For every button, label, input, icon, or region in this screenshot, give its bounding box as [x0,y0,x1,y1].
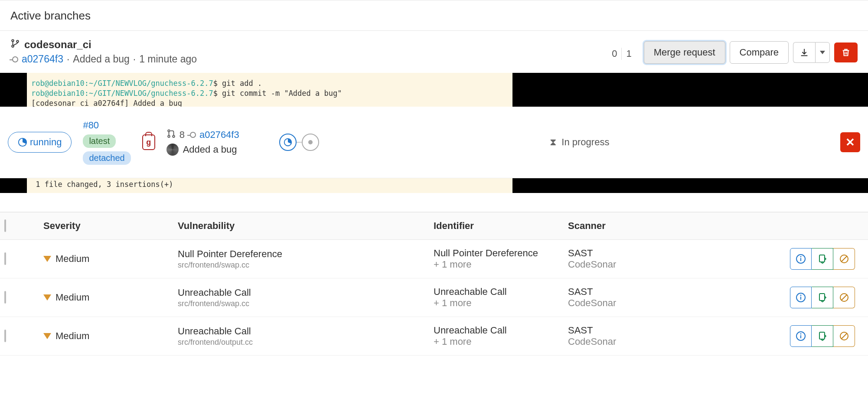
separator: · [67,53,69,65]
commit-message: Added a bug [73,53,129,65]
identifier-title: Unreachable Call [434,286,564,297]
vulnerability-title[interactable]: Unreachable Call [178,287,429,298]
severity-label: Medium [55,292,89,303]
table-header-row: Severity Vulnerability Identifier Scanne… [0,212,868,240]
tag-latest: latest [83,134,116,148]
vulnerability-path: src/frontend/output.cc [178,338,429,347]
svg-point-18 [800,333,802,335]
svg-rect-19 [819,332,825,339]
svg-rect-15 [819,294,825,301]
partial-toolbar [0,193,868,212]
svg-point-5 [168,135,170,137]
download-icon[interactable] [793,42,815,63]
pipeline-row: running #80 latest detached g 8 a02764f3… [0,107,868,178]
behind-ahead-counts: 0 1 [608,46,635,61]
vulnerability-title[interactable]: Unreachable Call [178,326,429,337]
dismiss-button[interactable] [833,248,855,270]
author-avatar[interactable] [166,144,179,156]
commit-icon [12,56,18,62]
identifier-more[interactable]: + 1 more [434,259,564,270]
dismiss-button[interactable] [833,325,855,347]
vulnerability-title[interactable]: Null Pointer Dereference [178,248,429,260]
hourglass-icon: ⧗ [550,137,556,148]
svg-point-6 [173,135,175,137]
table-row: Medium Null Pointer Dereference src/fron… [0,240,868,278]
resolve-button[interactable] [812,325,833,347]
cancel-pipeline-button[interactable]: ✕ [840,132,860,152]
behind-count: 0 [608,46,620,61]
pipeline-status-badge[interactable]: running [8,132,72,153]
resolve-button[interactable] [812,248,833,270]
branch-name[interactable]: codesonar_ci [24,39,91,51]
svg-rect-11 [819,255,825,262]
more-info-button[interactable] [790,287,812,308]
delete-branch-button[interactable] [834,42,858,62]
svg-point-14 [800,295,802,296]
codesonar-icon: g [142,134,155,150]
count-separator [621,48,622,60]
ahead-count: 1 [623,46,635,61]
pipeline-status-label: running [30,137,62,148]
svg-point-10 [800,256,802,258]
scanner-type: SAST [568,286,741,297]
pipeline-id-link[interactable]: #80 [83,120,131,131]
scanner-type: SAST [568,325,741,336]
vulnerability-table: Severity Vulnerability Identifier Scanne… [0,212,868,356]
table-row: Medium Unreachable Call src/frontend/swa… [0,278,868,317]
identifier-more[interactable]: + 1 more [434,336,564,347]
col-scanner[interactable]: Scanner [568,220,741,232]
pipeline-commit-sha[interactable]: a02764f3 [199,129,239,141]
commit-sha-link[interactable]: a02764f3 [22,53,63,65]
more-info-button[interactable] [790,325,812,347]
col-identifier[interactable]: Identifier [434,220,564,232]
vulnerability-path: src/frontend/swap.cc [178,261,429,270]
svg-point-8 [308,140,313,144]
resolve-button[interactable] [812,287,833,308]
scanner-name: CodeSonar [568,259,741,270]
col-severity[interactable]: Severity [43,220,173,232]
identifier-more[interactable]: + 1 more [434,297,564,309]
terminal-output-1: rob@debian10:~/GIT/NEWVLOG/gnuchess-6.2.… [0,73,868,107]
download-caret[interactable] [815,42,830,63]
merge-request-icon [166,129,176,141]
scanner-type: SAST [568,248,741,259]
branch-row: codesonar_ci a02764f3 · Added a bug · 1 … [0,31,868,73]
merge-request-count: 8 [179,129,185,141]
select-all-checkbox[interactable] [4,219,6,232]
identifier-title: Unreachable Call [434,325,564,336]
section-heading: Active branches [0,0,868,31]
merge-request-button[interactable]: Merge request [644,41,725,64]
row-checkbox[interactable] [4,252,6,265]
tag-detached: detached [83,151,131,165]
svg-point-4 [168,130,170,132]
commit-time: 1 minute ago [139,53,197,65]
severity-label: Medium [55,330,89,342]
stage-running-icon[interactable] [279,134,297,151]
severity-icon [43,333,51,339]
progress-label: In progress [561,137,609,148]
more-info-button[interactable] [790,248,812,270]
svg-point-2 [16,40,19,42]
branch-icon [10,39,20,51]
severity-icon [43,294,51,301]
scanner-name: CodeSonar [568,297,741,309]
commit-icon [190,132,196,138]
dismiss-button[interactable] [833,287,855,308]
row-checkbox[interactable] [4,330,6,342]
separator: · [133,53,136,65]
svg-point-0 [12,39,14,42]
stage-pending-icon[interactable] [302,134,319,151]
severity-icon [43,256,51,262]
scanner-name: CodeSonar [568,336,741,347]
pipeline-stages[interactable] [279,134,319,151]
terminal-output-2: 1 file changed, 3 insertions(+) [0,178,868,193]
col-vulnerability[interactable]: Vulnerability [178,220,429,232]
compare-button[interactable]: Compare [730,41,789,64]
severity-label: Medium [55,253,89,265]
pipeline-commit-message: Added a bug [183,144,237,155]
download-dropdown[interactable] [793,42,830,63]
identifier-title: Null Pointer Dereference [434,248,564,259]
row-checkbox[interactable] [4,291,6,304]
vulnerability-path: src/frontend/swap.cc [178,299,429,308]
table-row: Medium Unreachable Call src/frontend/out… [0,317,868,356]
